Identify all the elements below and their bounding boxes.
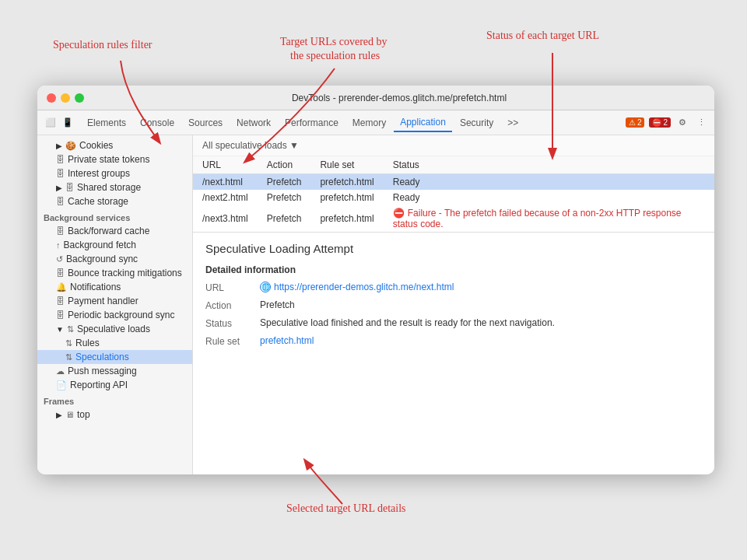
speculative-loads-table: URL Action Rule set Status /next.htmlPre… [193, 156, 714, 232]
sidebar-item-cookies[interactable]: ▶ 🍪 Cookies [37, 138, 192, 152]
more-options-icon[interactable]: ⋮ [694, 116, 708, 130]
error-badge: ⛔ 2 [649, 117, 671, 128]
detail-panel: Speculative Loading Attempt Detailed inf… [193, 233, 714, 474]
detail-row-url: URL 🌐 https://prerender-demos.glitch.me/… [205, 282, 702, 293]
detail-label-status: Status [205, 317, 260, 329]
sidebar-item-speculations[interactable]: ⇅ Speculations [37, 350, 192, 364]
tab-console[interactable]: Console [134, 114, 181, 131]
col-ruleset[interactable]: Rule set [310, 156, 383, 174]
device-icon[interactable]: 📱 [61, 116, 75, 130]
payment-handler-icon: 🗄 [56, 296, 65, 306]
table-row[interactable]: /next.htmlPrefetchprefetch.htmlReady [193, 174, 714, 191]
title-bar: DevTools - prerender-demos.glitch.me/pre… [37, 86, 714, 110]
col-action[interactable]: Action [258, 156, 311, 174]
all-speculative-loads-label[interactable]: All speculative loads ▼ [193, 135, 714, 156]
toolbar-icons: ⬜ 📱 [44, 116, 75, 130]
sidebar-item-shared-storage[interactable]: ▶ 🗄 Shared storage [37, 180, 192, 194]
tab-elements[interactable]: Elements [81, 114, 132, 131]
sidebar: ▶ 🍪 Cookies 🗄 Private state tokens 🗄 Int… [37, 135, 193, 474]
url-link-text: https://prerender-demos.glitch.me/next.h… [274, 282, 454, 292]
minimize-button[interactable] [61, 93, 70, 103]
cell-action: Prefetch [258, 174, 311, 191]
svg-text:Speculation rules filter: Speculation rules filter [53, 39, 153, 51]
cell-url: /next3.html [193, 205, 258, 232]
speculative-loads-icon: ⇅ [67, 324, 74, 334]
cell-status: Ready [384, 174, 714, 191]
table-area: All speculative loads ▼ URL Action Rule … [193, 135, 714, 233]
sidebar-item-cache-storage[interactable]: 🗄 Cache storage [37, 194, 192, 208]
shared-storage-triangle-icon: ▶ [56, 184, 62, 192]
content-area: ▶ 🍪 Cookies 🗄 Private state tokens 🗄 Int… [37, 135, 714, 474]
tab-network[interactable]: Network [230, 114, 277, 131]
table-row[interactable]: /next3.htmlPrefetchprefetch.html⛔Failure… [193, 205, 714, 232]
cell-ruleset: prefetch.html [310, 174, 383, 191]
sidebar-item-bounce-tracking[interactable]: 🗄 Bounce tracking mitigations [37, 266, 192, 280]
interest-groups-icon: 🗄 [56, 169, 65, 178]
svg-text:the speculation rules: the speculation rules [290, 50, 380, 61]
ruleset-link[interactable]: prefetch.html [260, 335, 702, 346]
tab-performance[interactable]: Performance [279, 114, 345, 131]
url-link[interactable]: 🌐 https://prerender-demos.glitch.me/next… [260, 282, 702, 292]
detail-section-title: Detailed information [205, 264, 702, 275]
maximize-button[interactable] [75, 93, 84, 103]
tab-sources[interactable]: Sources [182, 114, 229, 131]
cookies-icon: 🍪 [65, 141, 76, 151]
main-panel: All speculative loads ▼ URL Action Rule … [193, 135, 714, 474]
sidebar-item-top-frame[interactable]: ▶ 🖥 top [37, 408, 192, 422]
bg-fetch-icon: ↑ [56, 240, 61, 250]
tab-memory[interactable]: Memory [346, 114, 392, 131]
col-status[interactable]: Status [384, 156, 714, 174]
sidebar-item-interest-groups[interactable]: 🗄 Interest groups [37, 166, 192, 180]
push-messaging-icon: ☁ [56, 366, 65, 376]
sidebar-item-payment-handler[interactable]: 🗄 Payment handler [37, 294, 192, 308]
speculations-icon: ⇅ [65, 352, 72, 362]
private-state-icon: 🗄 [56, 155, 65, 164]
cell-url: /next.html [193, 174, 258, 191]
rules-icon: ⇅ [65, 338, 72, 348]
tab-application[interactable]: Application [394, 114, 452, 132]
sidebar-item-background-fetch[interactable]: ↑ Background fetch [37, 238, 192, 252]
toolbar-right: ⚠ 2 ⛔ 2 ⚙ ⋮ [626, 116, 708, 130]
shared-storage-icon: 🗄 [65, 183, 74, 192]
detail-label-action: Action [205, 299, 260, 311]
toolbar: ⬜ 📱 Elements Console Sources Network Per… [37, 110, 714, 135]
svg-text:Target URLs covered by: Target URLs covered by [280, 36, 388, 47]
col-url[interactable]: URL [193, 156, 258, 174]
cookies-triangle-icon: ▶ [56, 142, 62, 150]
sidebar-item-speculative-loads[interactable]: ▼ ⇅ Speculative loads [37, 322, 192, 336]
cell-action: Prefetch [258, 205, 311, 232]
sidebar-item-reporting-api[interactable]: 📄 Reporting API [37, 378, 192, 392]
sidebar-item-push-messaging[interactable]: ☁ Push messaging [37, 364, 192, 378]
tab-more[interactable]: >> [501, 114, 524, 131]
detail-label-ruleset: Rule set [205, 335, 260, 347]
detail-row-ruleset: Rule set prefetch.html [205, 335, 702, 347]
cell-ruleset: prefetch.html [310, 205, 383, 232]
cell-url: /next2.html [193, 190, 258, 205]
reporting-api-icon: 📄 [56, 380, 67, 390]
top-frame-triangle-icon: ▶ [56, 411, 62, 419]
cell-status: Ready [384, 190, 714, 205]
ruleset-link-text: prefetch.html [260, 335, 314, 346]
sidebar-item-background-sync[interactable]: ↺ Background sync [37, 252, 192, 266]
table-row[interactable]: /next2.htmlPrefetchprefetch.htmlReady [193, 190, 714, 205]
warning-badge: ⚠ 2 [626, 117, 645, 128]
detail-title: Speculative Loading Attempt [205, 242, 702, 255]
globe-icon: 🌐 [260, 282, 271, 292]
sidebar-item-periodic-bg-sync[interactable]: 🗄 Periodic background sync [37, 308, 192, 322]
bg-sync-icon: ↺ [56, 254, 63, 264]
sidebar-item-rules[interactable]: ⇅ Rules [37, 336, 192, 350]
sidebar-item-notifications[interactable]: 🔔 Notifications [37, 280, 192, 294]
svg-text:Status of each target URL: Status of each target URL [486, 30, 599, 41]
close-button[interactable] [47, 93, 56, 103]
speculative-loads-triangle-icon: ▼ [56, 325, 64, 334]
sidebar-item-back-forward-cache[interactable]: 🗄 Back/forward cache [37, 224, 192, 238]
settings-icon[interactable]: ⚙ [675, 116, 689, 130]
window-title: DevTools - prerender-demos.glitch.me/pre… [93, 93, 705, 103]
cache-storage-icon: 🗄 [56, 197, 65, 206]
top-frame-icon: 🖥 [65, 410, 74, 419]
inspect-icon[interactable]: ⬜ [44, 116, 58, 130]
periodic-sync-icon: 🗄 [56, 310, 65, 320]
sidebar-item-private-state-tokens[interactable]: 🗄 Private state tokens [37, 152, 192, 166]
tab-security[interactable]: Security [454, 114, 500, 131]
svg-text:Selected target URL details: Selected target URL details [286, 502, 406, 514]
